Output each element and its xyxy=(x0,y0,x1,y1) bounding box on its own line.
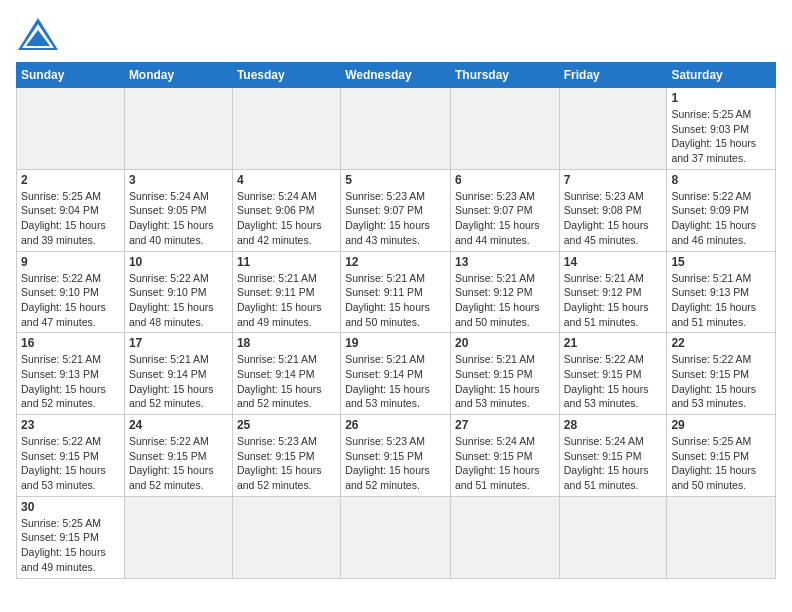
calendar-cell xyxy=(450,88,559,170)
logo xyxy=(16,16,64,52)
day-number: 6 xyxy=(455,173,555,187)
weekday-header-wednesday: Wednesday xyxy=(341,63,451,88)
day-number: 11 xyxy=(237,255,336,269)
day-number: 7 xyxy=(564,173,663,187)
calendar-cell: 14Sunrise: 5:21 AMSunset: 9:12 PMDayligh… xyxy=(559,251,667,333)
calendar-cell xyxy=(124,496,232,578)
day-info: Sunrise: 5:23 AMSunset: 9:15 PMDaylight:… xyxy=(237,434,336,493)
calendar-cell xyxy=(559,88,667,170)
calendar-cell: 11Sunrise: 5:21 AMSunset: 9:11 PMDayligh… xyxy=(232,251,340,333)
day-number: 29 xyxy=(671,418,771,432)
calendar-cell: 6Sunrise: 5:23 AMSunset: 9:07 PMDaylight… xyxy=(450,169,559,251)
weekday-header-monday: Monday xyxy=(124,63,232,88)
weekday-header-sunday: Sunday xyxy=(17,63,125,88)
day-info: Sunrise: 5:22 AMSunset: 9:10 PMDaylight:… xyxy=(129,271,228,330)
calendar-cell: 16Sunrise: 5:21 AMSunset: 9:13 PMDayligh… xyxy=(17,333,125,415)
day-info: Sunrise: 5:22 AMSunset: 9:15 PMDaylight:… xyxy=(21,434,120,493)
day-number: 13 xyxy=(455,255,555,269)
calendar-cell: 30Sunrise: 5:25 AMSunset: 9:15 PMDayligh… xyxy=(17,496,125,578)
day-number: 3 xyxy=(129,173,228,187)
day-info: Sunrise: 5:21 AMSunset: 9:12 PMDaylight:… xyxy=(564,271,663,330)
day-number: 21 xyxy=(564,336,663,350)
day-number: 12 xyxy=(345,255,446,269)
calendar-row-1: 2Sunrise: 5:25 AMSunset: 9:04 PMDaylight… xyxy=(17,169,776,251)
day-info: Sunrise: 5:22 AMSunset: 9:10 PMDaylight:… xyxy=(21,271,120,330)
calendar-row-4: 23Sunrise: 5:22 AMSunset: 9:15 PMDayligh… xyxy=(17,415,776,497)
day-number: 14 xyxy=(564,255,663,269)
calendar-cell: 28Sunrise: 5:24 AMSunset: 9:15 PMDayligh… xyxy=(559,415,667,497)
day-info: Sunrise: 5:21 AMSunset: 9:14 PMDaylight:… xyxy=(345,352,446,411)
weekday-header-saturday: Saturday xyxy=(667,63,776,88)
day-info: Sunrise: 5:24 AMSunset: 9:15 PMDaylight:… xyxy=(564,434,663,493)
day-number: 22 xyxy=(671,336,771,350)
calendar-cell: 2Sunrise: 5:25 AMSunset: 9:04 PMDaylight… xyxy=(17,169,125,251)
calendar-cell: 13Sunrise: 5:21 AMSunset: 9:12 PMDayligh… xyxy=(450,251,559,333)
calendar-cell: 10Sunrise: 5:22 AMSunset: 9:10 PMDayligh… xyxy=(124,251,232,333)
calendar-cell: 9Sunrise: 5:22 AMSunset: 9:10 PMDaylight… xyxy=(17,251,125,333)
day-info: Sunrise: 5:21 AMSunset: 9:15 PMDaylight:… xyxy=(455,352,555,411)
day-number: 23 xyxy=(21,418,120,432)
calendar-cell: 3Sunrise: 5:24 AMSunset: 9:05 PMDaylight… xyxy=(124,169,232,251)
day-number: 9 xyxy=(21,255,120,269)
calendar-cell: 18Sunrise: 5:21 AMSunset: 9:14 PMDayligh… xyxy=(232,333,340,415)
weekday-header-thursday: Thursday xyxy=(450,63,559,88)
day-info: Sunrise: 5:21 AMSunset: 9:13 PMDaylight:… xyxy=(671,271,771,330)
day-number: 10 xyxy=(129,255,228,269)
day-info: Sunrise: 5:21 AMSunset: 9:11 PMDaylight:… xyxy=(345,271,446,330)
day-number: 15 xyxy=(671,255,771,269)
day-info: Sunrise: 5:25 AMSunset: 9:03 PMDaylight:… xyxy=(671,107,771,166)
day-info: Sunrise: 5:24 AMSunset: 9:05 PMDaylight:… xyxy=(129,189,228,248)
calendar-cell xyxy=(341,496,451,578)
calendar: SundayMondayTuesdayWednesdayThursdayFrid… xyxy=(16,62,776,579)
day-number: 1 xyxy=(671,91,771,105)
calendar-row-0: 1Sunrise: 5:25 AMSunset: 9:03 PMDaylight… xyxy=(17,88,776,170)
day-info: Sunrise: 5:22 AMSunset: 9:15 PMDaylight:… xyxy=(564,352,663,411)
calendar-cell xyxy=(667,496,776,578)
calendar-cell xyxy=(559,496,667,578)
day-number: 4 xyxy=(237,173,336,187)
day-info: Sunrise: 5:25 AMSunset: 9:15 PMDaylight:… xyxy=(21,516,120,575)
day-number: 16 xyxy=(21,336,120,350)
calendar-cell xyxy=(232,496,340,578)
day-info: Sunrise: 5:24 AMSunset: 9:15 PMDaylight:… xyxy=(455,434,555,493)
day-number: 19 xyxy=(345,336,446,350)
calendar-cell xyxy=(124,88,232,170)
calendar-cell: 5Sunrise: 5:23 AMSunset: 9:07 PMDaylight… xyxy=(341,169,451,251)
day-number: 5 xyxy=(345,173,446,187)
calendar-cell: 8Sunrise: 5:22 AMSunset: 9:09 PMDaylight… xyxy=(667,169,776,251)
day-info: Sunrise: 5:21 AMSunset: 9:14 PMDaylight:… xyxy=(237,352,336,411)
day-info: Sunrise: 5:23 AMSunset: 9:08 PMDaylight:… xyxy=(564,189,663,248)
day-info: Sunrise: 5:25 AMSunset: 9:15 PMDaylight:… xyxy=(671,434,771,493)
day-number: 18 xyxy=(237,336,336,350)
day-info: Sunrise: 5:24 AMSunset: 9:06 PMDaylight:… xyxy=(237,189,336,248)
day-number: 20 xyxy=(455,336,555,350)
weekday-header-friday: Friday xyxy=(559,63,667,88)
day-number: 25 xyxy=(237,418,336,432)
day-info: Sunrise: 5:23 AMSunset: 9:15 PMDaylight:… xyxy=(345,434,446,493)
calendar-cell: 15Sunrise: 5:21 AMSunset: 9:13 PMDayligh… xyxy=(667,251,776,333)
day-number: 24 xyxy=(129,418,228,432)
calendar-cell: 27Sunrise: 5:24 AMSunset: 9:15 PMDayligh… xyxy=(450,415,559,497)
calendar-row-2: 9Sunrise: 5:22 AMSunset: 9:10 PMDaylight… xyxy=(17,251,776,333)
calendar-cell: 26Sunrise: 5:23 AMSunset: 9:15 PMDayligh… xyxy=(341,415,451,497)
calendar-cell: 25Sunrise: 5:23 AMSunset: 9:15 PMDayligh… xyxy=(232,415,340,497)
day-info: Sunrise: 5:21 AMSunset: 9:12 PMDaylight:… xyxy=(455,271,555,330)
calendar-row-3: 16Sunrise: 5:21 AMSunset: 9:13 PMDayligh… xyxy=(17,333,776,415)
calendar-cell: 22Sunrise: 5:22 AMSunset: 9:15 PMDayligh… xyxy=(667,333,776,415)
calendar-cell: 1Sunrise: 5:25 AMSunset: 9:03 PMDaylight… xyxy=(667,88,776,170)
day-info: Sunrise: 5:22 AMSunset: 9:15 PMDaylight:… xyxy=(129,434,228,493)
day-info: Sunrise: 5:21 AMSunset: 9:13 PMDaylight:… xyxy=(21,352,120,411)
calendar-cell xyxy=(341,88,451,170)
day-info: Sunrise: 5:23 AMSunset: 9:07 PMDaylight:… xyxy=(345,189,446,248)
day-number: 17 xyxy=(129,336,228,350)
calendar-row-5: 30Sunrise: 5:25 AMSunset: 9:15 PMDayligh… xyxy=(17,496,776,578)
calendar-cell: 12Sunrise: 5:21 AMSunset: 9:11 PMDayligh… xyxy=(341,251,451,333)
calendar-cell xyxy=(17,88,125,170)
day-info: Sunrise: 5:22 AMSunset: 9:15 PMDaylight:… xyxy=(671,352,771,411)
calendar-cell: 24Sunrise: 5:22 AMSunset: 9:15 PMDayligh… xyxy=(124,415,232,497)
calendar-cell: 21Sunrise: 5:22 AMSunset: 9:15 PMDayligh… xyxy=(559,333,667,415)
day-info: Sunrise: 5:21 AMSunset: 9:11 PMDaylight:… xyxy=(237,271,336,330)
day-number: 8 xyxy=(671,173,771,187)
calendar-cell: 4Sunrise: 5:24 AMSunset: 9:06 PMDaylight… xyxy=(232,169,340,251)
calendar-cell xyxy=(450,496,559,578)
